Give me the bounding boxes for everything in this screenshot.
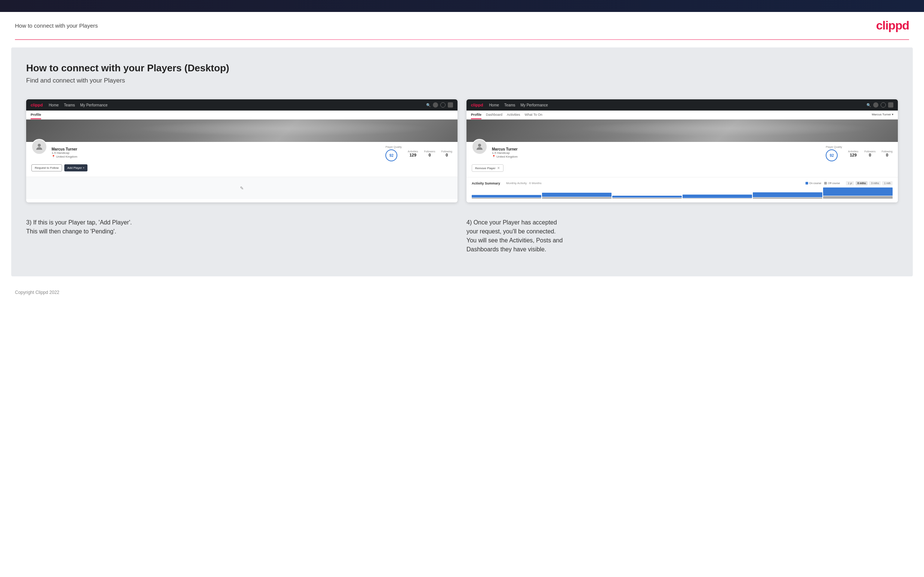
activities-stat-2: Activities 129	[848, 150, 859, 157]
chart-bar-group	[472, 195, 541, 199]
tab-profile-2[interactable]: Profile	[471, 113, 481, 119]
chart-bar-off-course	[472, 198, 541, 199]
activity-summary-title: Activity Summary	[472, 182, 500, 185]
tab-dashboard-2[interactable]: Dashboard	[486, 113, 502, 119]
chart-bar-on-course	[753, 192, 822, 197]
tab-profile-1[interactable]: Profile	[31, 113, 41, 119]
mock-nav-right-2: 🔍	[866, 102, 893, 108]
pq-circle-1: 92	[385, 149, 397, 161]
svg-point-0	[38, 144, 41, 147]
profile-stats-outer-2: Marcus Turner 1-5 Handicap 📍 United King…	[472, 146, 893, 161]
mock-logo-1: clippd	[31, 103, 43, 107]
user-icon-2	[873, 102, 879, 108]
mock-player-info-1: Marcus Turner 1-5 Handicap 📍 United King…	[52, 146, 78, 158]
footer: Copyright Clippd 2022	[0, 284, 924, 301]
tab-what-to-on-2[interactable]: What To On	[525, 113, 542, 119]
mock-nav-1: clippd Home Teams My Performance 🔍	[26, 99, 457, 111]
mock-hero-2	[467, 119, 898, 142]
mock-nav-teams-1[interactable]: Teams	[64, 103, 75, 107]
chart-bar-off-course	[542, 197, 612, 199]
page-subheading: Find and connect with your Players	[26, 77, 898, 84]
player-location-2: 📍 United Kingdom	[492, 155, 518, 158]
time-filters: 1 yr 6 mths 3 mths 1 mth	[846, 181, 893, 185]
mock-avatar-area-1: Marcus Turner 1-5 Handicap 📍 United King…	[31, 146, 78, 158]
avatar-1	[31, 139, 47, 155]
time-filter-1mth[interactable]: 1 mth	[882, 181, 893, 185]
time-filter-1yr[interactable]: 1 yr	[846, 181, 854, 185]
legend-dot-off-course	[824, 182, 827, 184]
header-divider	[15, 39, 909, 40]
time-filter-6mths[interactable]: 6 mths	[856, 181, 868, 185]
main-content: How to connect with your Players (Deskto…	[11, 47, 913, 276]
avatar-icon-1	[35, 142, 44, 151]
player-dropdown[interactable]: Marcus Turner ▾	[872, 113, 893, 119]
following-stat-2: Following 0	[881, 150, 893, 157]
chart-bar-group	[753, 192, 822, 199]
mock-activity-header-2: Activity Summary Monthly Activity · 6 Mo…	[472, 181, 893, 185]
location-pin-icon-1: 📍	[52, 155, 55, 158]
followers-stat-1: Followers 0	[424, 150, 435, 157]
screenshot-panel-2: clippd Home Teams My Performance 🔍 Profi…	[467, 99, 898, 202]
header-breadcrumb: How to connect with your Players	[15, 23, 98, 29]
search-icon-2[interactable]: 🔍	[866, 103, 871, 107]
search-icon-1[interactable]: 🔍	[426, 103, 431, 107]
svg-point-1	[478, 144, 481, 147]
chart-bar-off-course	[683, 198, 752, 199]
mock-player-info-2: Marcus Turner 1-5 Handicap 📍 United King…	[492, 146, 518, 158]
chart-bar-group	[683, 195, 752, 199]
page-heading: How to connect with your Players (Deskto…	[26, 62, 898, 74]
add-player-button[interactable]: Add Player +	[64, 164, 87, 171]
mock-tab-bar-2: Profile Dashboard Activities What To On …	[467, 111, 898, 119]
player-quality-stat-1: Player Quality 92	[385, 146, 402, 161]
activities-stat-1: Activities 129	[408, 150, 418, 157]
chart-bar-off-course	[612, 198, 682, 199]
mock-nav-teams-2[interactable]: Teams	[504, 103, 515, 107]
tab-activities-2[interactable]: Activities	[507, 113, 520, 119]
top-bar	[0, 0, 924, 12]
mock-nav-home-2[interactable]: Home	[489, 103, 499, 107]
mock-chart-area	[472, 188, 893, 199]
mock-buttons-1: Request to Follow Add Player +	[31, 164, 452, 171]
caption-block-3: 3) If this is your Player tap, 'Add Play…	[26, 214, 457, 258]
remove-player-x-icon: ✕	[497, 166, 500, 170]
remove-player-button[interactable]: Remove Player ✕	[472, 164, 504, 172]
request-follow-button[interactable]: Request to Follow	[31, 164, 62, 171]
mock-stats-row-1: Player Quality 92 Activities 129 Followe…	[385, 146, 452, 161]
copyright-text: Copyright Clippd 2022	[15, 290, 60, 295]
mock-avatar-area-2: Marcus Turner 1-5 Handicap 📍 United King…	[472, 146, 518, 158]
mock-activity-section-2: Activity Summary Monthly Activity · 6 Mo…	[467, 177, 898, 202]
cursor-icon-1: ✎	[239, 185, 244, 191]
mock-nav-right-1: 🔍	[426, 102, 453, 108]
chart-bar-on-course	[823, 187, 893, 196]
chart-bar-on-course	[612, 196, 682, 197]
player-handicap-1: 1-5 Handicap	[52, 151, 78, 155]
mock-tab-bar-1: Profile	[26, 111, 457, 119]
avatar-2	[472, 139, 488, 155]
player-name-1: Marcus Turner	[52, 147, 78, 151]
following-stat-1: Following 0	[441, 150, 452, 157]
header: How to connect with your Players clippd	[0, 12, 924, 39]
header-logo: clippd	[876, 19, 909, 32]
legend-on-course: On course	[806, 182, 821, 184]
chart-bar-off-course	[753, 198, 822, 199]
screenshot-panel-1: clippd Home Teams My Performance 🔍 Profi…	[26, 99, 457, 202]
activity-summary-subtitle: Monthly Activity · 6 Months	[506, 182, 542, 185]
user-icon-1	[433, 102, 438, 108]
chart-bar-on-course	[472, 195, 541, 198]
settings-icon-2	[880, 102, 886, 108]
mock-nav-performance-2[interactable]: My Performance	[521, 103, 548, 107]
caption-3: 3) If this is your Player tap, 'Add Play…	[26, 218, 457, 236]
mock-stats-row-2: Player Quality 92 Activities 129 Followe…	[826, 146, 893, 161]
caption-block-4: 4) Once your Player has acceptedyour req…	[467, 214, 898, 258]
player-quality-stat-2: Player Quality 92	[826, 146, 842, 161]
chart-bar-group	[612, 196, 682, 199]
globe-icon-2	[888, 102, 893, 108]
mock-nav-items-2: Home Teams My Performance	[489, 103, 861, 107]
activity-legend: On course Off course	[806, 182, 840, 184]
time-filter-3mths[interactable]: 3 mths	[869, 181, 880, 185]
caption-4: 4) Once your Player has acceptedyour req…	[467, 218, 898, 254]
location-pin-icon-2: 📍	[492, 155, 496, 158]
mock-nav-home-1[interactable]: Home	[48, 103, 59, 107]
mock-nav-performance-1[interactable]: My Performance	[80, 103, 108, 107]
mock-profile-section-1: Marcus Turner 1-5 Handicap 📍 United King…	[26, 142, 457, 177]
